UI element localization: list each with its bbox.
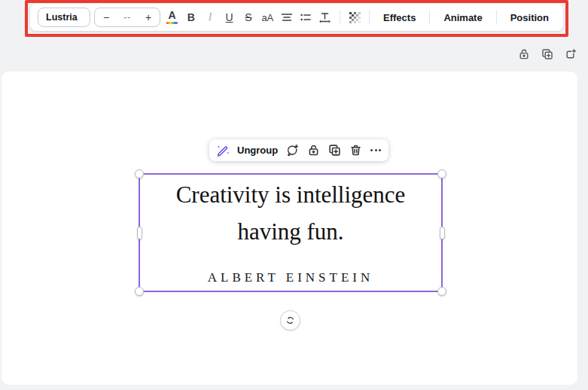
- italic-button[interactable]: I: [203, 8, 218, 27]
- font-size-increase-button[interactable]: +: [145, 11, 151, 23]
- more-options-button[interactable]: [370, 148, 382, 153]
- editor-screen: Lustria − -- + A B I U S aA: [0, 0, 588, 390]
- toolbar-separator: [340, 10, 340, 25]
- dot-icon: [375, 149, 377, 151]
- add-page-icon: [565, 48, 577, 60]
- duplicate-page-button[interactable]: [541, 47, 554, 61]
- context-toolbar: Ungroup: [209, 139, 388, 161]
- transparency-checkerboard-icon: [349, 11, 361, 23]
- text-toolbar: Lustria − -- + A B I U S aA: [30, 4, 563, 31]
- selected-text-group[interactable]: Creativity is intelligence having fun. A…: [139, 173, 443, 292]
- text-color-letter: A: [168, 11, 175, 20]
- effects-button[interactable]: Effects: [376, 12, 422, 23]
- author-text[interactable]: ALBERT EINSTEIN: [140, 270, 441, 285]
- align-center-icon: [281, 12, 293, 23]
- font-size-decrease-button[interactable]: −: [103, 11, 109, 23]
- animate-button[interactable]: Animate: [437, 12, 489, 23]
- rotate-icon: [285, 315, 295, 325]
- magic-edit-pencil-icon: [216, 143, 230, 157]
- duplicate-icon: [328, 144, 341, 157]
- dot-icon: [370, 149, 373, 151]
- list-button[interactable]: [298, 8, 313, 27]
- resize-handle-right[interactable]: [440, 227, 445, 239]
- duplicate-element-button[interactable]: [328, 144, 341, 157]
- text-case-button[interactable]: aA: [260, 8, 275, 27]
- lock-icon: [518, 48, 530, 60]
- lock-page-button[interactable]: [517, 47, 531, 61]
- comment-button[interactable]: [285, 144, 299, 157]
- letter-spacing-icon: [318, 12, 331, 23]
- strikethrough-button[interactable]: S: [241, 8, 256, 27]
- toolbar-separator: [369, 10, 370, 25]
- quote-text[interactable]: Creativity is intelligence having fun.: [140, 176, 441, 250]
- position-button[interactable]: Position: [504, 12, 556, 23]
- rainbow-color-bar-icon: [166, 22, 178, 25]
- transparency-button[interactable]: [347, 8, 362, 27]
- font-family-value: Lustria: [46, 12, 78, 23]
- design-page[interactable]: Ungroup: [2, 72, 577, 385]
- lock-icon: [307, 144, 320, 157]
- quote-line-1: Creativity is intelligence: [140, 176, 441, 213]
- resize-handle-top-right[interactable]: [437, 169, 446, 178]
- underline-button[interactable]: U: [221, 8, 236, 27]
- font-size-value[interactable]: --: [123, 12, 131, 23]
- resize-handle-left[interactable]: [137, 227, 142, 239]
- bold-button[interactable]: B: [184, 8, 199, 27]
- resize-handle-bottom-left[interactable]: [135, 287, 144, 296]
- text-color-button[interactable]: A: [164, 8, 179, 27]
- font-size-control: − -- +: [94, 8, 160, 27]
- page-controls: [517, 47, 577, 61]
- dot-icon: [379, 149, 381, 151]
- resize-handle-bottom-right[interactable]: [437, 287, 446, 296]
- trash-icon: [349, 144, 362, 157]
- rotate-handle[interactable]: [280, 310, 300, 331]
- add-page-button[interactable]: [564, 47, 577, 61]
- text-align-button[interactable]: [279, 8, 294, 27]
- ungroup-button[interactable]: Ungroup: [237, 145, 278, 156]
- delete-button[interactable]: [349, 144, 362, 157]
- duplicate-icon: [541, 48, 553, 60]
- comment-plus-icon: [285, 144, 299, 157]
- resize-handle-top-left[interactable]: [135, 169, 144, 178]
- toolbar-separator: [496, 10, 497, 25]
- bullet-list-icon: [300, 12, 312, 23]
- toolbar-separator: [429, 10, 430, 25]
- font-family-selector[interactable]: Lustria: [38, 8, 90, 27]
- quote-line-2: having fun.: [140, 213, 441, 250]
- magic-edit-button[interactable]: [216, 144, 230, 157]
- letter-spacing-button[interactable]: [317, 8, 332, 27]
- lock-element-button[interactable]: [306, 144, 320, 157]
